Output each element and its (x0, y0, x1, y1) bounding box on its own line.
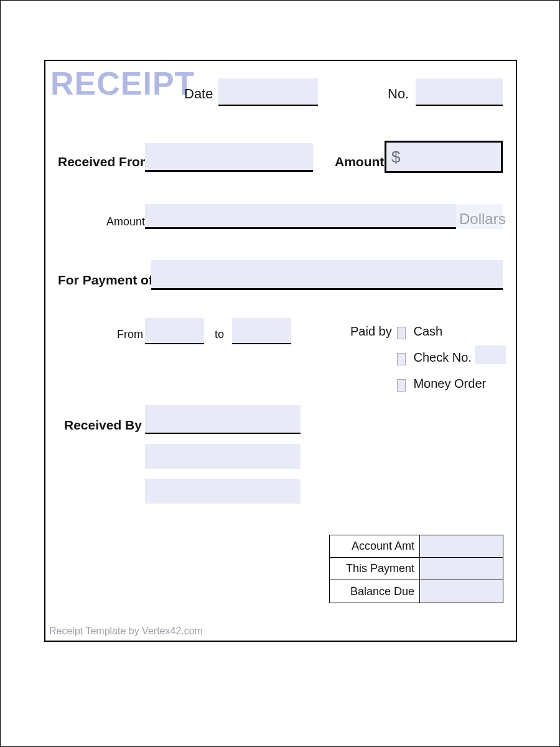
account-amt-label: Account Amt (330, 535, 420, 557)
page: RECEIPT Date No. Received From Amount $ … (0, 0, 560, 747)
dollars-suffix: Dollars (459, 210, 506, 228)
paidby-mo-row: Money Order (397, 377, 486, 392)
from-field[interactable] (145, 318, 204, 344)
for-payment-field[interactable] (151, 260, 503, 290)
balance-due-value[interactable] (420, 580, 503, 603)
amount-box[interactable]: $ (385, 141, 503, 173)
summary-row-account: Account Amt (330, 535, 503, 558)
money-order-label: Money Order (413, 377, 486, 390)
footer-credit: Receipt Template by Vertex42.com (49, 626, 203, 637)
money-order-checkbox[interactable] (397, 379, 406, 392)
received-by-line1[interactable] (145, 405, 301, 434)
account-amt-value[interactable] (420, 535, 503, 557)
this-payment-label: This Payment (330, 558, 420, 580)
currency-symbol: $ (391, 148, 400, 167)
check-no-field[interactable] (475, 345, 506, 364)
no-field[interactable] (416, 78, 503, 106)
for-payment-label: For Payment of (58, 273, 153, 288)
receipt-form: RECEIPT Date No. Received From Amount $ … (44, 60, 517, 642)
paidby-check-row: Check No. (397, 350, 472, 365)
cash-label: Cash (413, 324, 442, 338)
check-label: Check No. (413, 350, 471, 364)
received-by-label: Received By (64, 418, 142, 433)
received-by-line2[interactable] (145, 444, 301, 469)
from-label: From (117, 328, 143, 341)
paidby-cash-row: Cash (397, 324, 442, 339)
check-checkbox[interactable] (397, 353, 406, 365)
to-field[interactable] (232, 318, 291, 344)
date-label: Date (184, 86, 213, 102)
date-field[interactable] (218, 78, 318, 106)
this-payment-value[interactable] (420, 558, 503, 580)
received-by-line3[interactable] (145, 479, 301, 504)
paid-by-label: Paid by (350, 324, 392, 339)
amount-label: Amount (335, 154, 384, 169)
received-from-label: Received From (58, 154, 152, 169)
balance-due-label: Balance Due (330, 580, 420, 603)
no-label: No. (388, 86, 409, 102)
amount-words-label: Amount (106, 215, 145, 228)
cash-checkbox[interactable] (397, 327, 406, 339)
received-from-field[interactable] (145, 143, 313, 172)
to-label: to (215, 328, 224, 341)
summary-row-payment: This Payment (330, 558, 503, 580)
summary-table: Account Amt This Payment Balance Due (329, 535, 503, 603)
amount-words-field[interactable] (145, 204, 456, 229)
summary-row-balance: Balance Due (330, 580, 503, 603)
